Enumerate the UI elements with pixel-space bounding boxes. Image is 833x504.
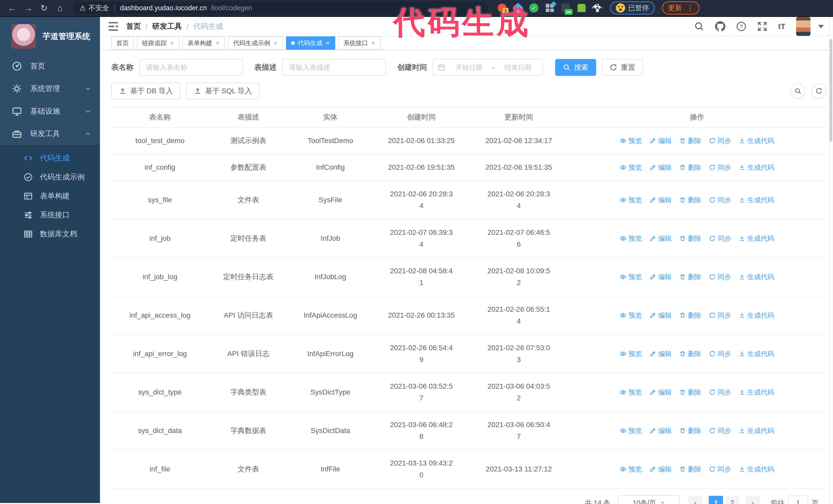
search-button[interactable]: 搜索 [555,59,596,76]
edit-action[interactable]: 编辑 [649,309,671,321]
delete-action[interactable]: 删除 [679,386,701,398]
tag-代码生成示例[interactable]: 代码生成示例 × [228,37,283,50]
extension-bot-icon[interactable] [576,3,587,13]
preview-action[interactable]: 预览 [620,348,642,360]
delete-action[interactable]: 删除 [679,348,701,360]
forward-icon[interactable]: → [22,1,35,15]
page-size-select[interactable]: 10条/页 [618,495,680,504]
edit-action[interactable]: 编辑 [649,271,671,283]
not-secure-label[interactable]: ⚠ 不安全 [79,3,109,13]
sync-action[interactable]: 同步 [709,386,731,398]
tag-链路追踪[interactable]: 链路追踪 × [137,37,180,50]
preview-action[interactable]: 预览 [620,386,642,398]
toggle-search-button[interactable] [790,83,805,98]
generate-code-action[interactable]: 生成代码 [739,309,774,321]
page-button-1[interactable]: 1 [709,496,723,504]
edit-action[interactable]: 编辑 [649,135,671,147]
chrome-update-button[interactable]: 更新 ⋮ [662,1,699,15]
delete-action[interactable]: 删除 [679,135,701,147]
breadcrumb-home[interactable]: 首页 [126,21,141,31]
tag-代码生成[interactable]: 代码生成 × [286,37,335,50]
sidebar-subitem-代码生成[interactable]: 代码生成 [0,149,100,168]
sync-action[interactable]: 同步 [709,463,731,475]
hamburger-icon[interactable] [107,20,119,32]
date-range-picker[interactable]: 开始日期 - 结束日期 [433,59,543,76]
reload-icon[interactable]: ↻ [38,1,51,15]
generate-code-action[interactable]: 生成代码 [739,194,774,206]
close-icon[interactable]: × [371,40,376,47]
delete-action[interactable]: 删除 [679,425,701,437]
extension-check-icon[interactable]: ✓ [528,3,539,13]
table-desc-input[interactable] [282,59,386,76]
preview-action[interactable]: 预览 [620,233,642,244]
home-icon[interactable]: ⌂ [53,1,67,15]
logo-row[interactable]: 芋道管理系统 [0,17,100,55]
fullscreen-icon[interactable] [757,21,767,31]
generate-code-action[interactable]: 生成代码 [739,233,774,244]
preview-action[interactable]: 预览 [620,135,642,147]
tag-表单构建[interactable]: 表单构建 × [183,37,225,50]
sidebar-subitem-代码生成示例[interactable]: 代码生成示例 [0,168,100,187]
sidebar-subitem-表单构建[interactable]: 表单构建 [0,187,100,206]
edit-action[interactable]: 编辑 [649,425,671,437]
generate-code-action[interactable]: 生成代码 [739,425,774,437]
sync-action[interactable]: 同步 [709,162,731,173]
close-icon[interactable]: × [273,40,278,47]
close-icon[interactable]: × [215,40,220,47]
preview-action[interactable]: 预览 [620,463,642,475]
scrollbar[interactable] [829,17,833,503]
edit-action[interactable]: 编辑 [649,162,671,173]
preview-action[interactable]: 预览 [620,271,642,283]
close-icon[interactable]: × [170,40,174,47]
tag-首页[interactable]: 首页 [111,37,134,50]
goto-page-input[interactable] [788,496,808,504]
delete-action[interactable]: 删除 [679,463,701,475]
generate-code-action[interactable]: 生成代码 [739,386,774,398]
import-sql-button[interactable]: 基于 SQL 导入 [186,82,260,99]
refresh-table-button[interactable] [811,83,826,98]
tag-系统接口[interactable]: 系统接口 × [338,37,381,50]
prev-page-button[interactable]: ‹ [688,496,703,504]
edit-action[interactable]: 编辑 [649,463,671,475]
profile-paused-chip[interactable]: 已暂停 [610,1,655,15]
sync-action[interactable]: 同步 [709,233,731,244]
user-avatar[interactable] [796,17,810,36]
help-icon[interactable]: ? [736,21,746,31]
extension-icon[interactable]: 1 [497,3,507,13]
back-icon[interactable]: ← [6,1,19,15]
sync-action[interactable]: 同步 [709,309,731,321]
generate-code-action[interactable]: 生成代码 [739,348,774,360]
extension-dark-icon[interactable]: on [560,3,571,13]
generate-code-action[interactable]: 生成代码 [739,162,774,173]
import-db-button[interactable]: 基于 DB 导入 [111,82,181,99]
sync-action[interactable]: 同步 [709,135,731,147]
delete-action[interactable]: 删除 [679,162,701,173]
table-name-input[interactable] [139,59,243,76]
edit-action[interactable]: 编辑 [649,386,671,398]
sync-action[interactable]: 同步 [709,348,731,360]
sync-action[interactable]: 同步 [709,194,731,206]
sync-action[interactable]: 同步 [709,425,731,437]
preview-action[interactable]: 预览 [620,194,642,206]
preview-action[interactable]: 预览 [620,162,642,173]
delete-action[interactable]: 删除 [679,194,701,206]
page-button-2[interactable]: 2 [725,496,739,504]
reset-button[interactable]: 重置 [602,59,643,76]
generate-code-action[interactable]: 生成代码 [739,463,774,475]
breadcrumb-tools[interactable]: 研发工具 [152,21,182,31]
menu-dots-icon[interactable]: ⋮ [685,4,694,12]
sidebar-subitem-数据库文档[interactable]: 数据库文档 [0,224,100,243]
sidebar-subitem-系统接口[interactable]: 系统接口 [0,206,100,224]
generate-code-action[interactable]: 生成代码 [739,135,774,147]
delete-action[interactable]: 删除 [679,309,701,321]
delete-action[interactable]: 删除 [679,271,701,283]
address-bar[interactable]: ⚠ 不安全 dashboard.yudao.iocoder.cn /tool/c… [73,2,488,14]
extension-gem-icon[interactable] [513,3,523,13]
puzzle-icon[interactable] [592,3,603,13]
sidebar-item-系统管理[interactable]: 系统管理 [0,77,100,100]
chevron-down-icon[interactable] [818,25,824,28]
sidebar-item-研发工具[interactable]: 研发工具 [0,123,100,145]
delete-action[interactable]: 删除 [679,233,701,244]
sidebar-item-基础设施[interactable]: 基础设施 [0,100,100,123]
search-icon[interactable] [694,21,704,31]
